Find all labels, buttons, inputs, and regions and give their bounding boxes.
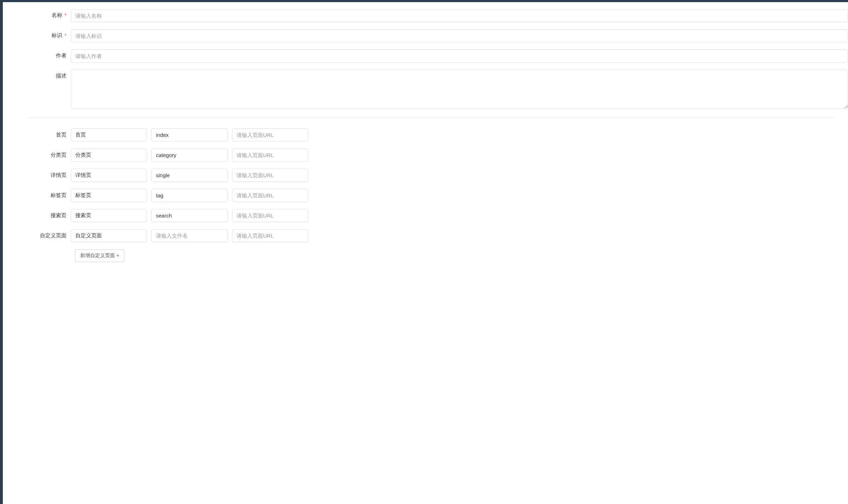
page-url-input-1[interactable] bbox=[232, 149, 308, 162]
input-wrap-name bbox=[71, 9, 848, 22]
page-label-0: 首页 bbox=[14, 132, 71, 138]
page-name-input-2[interactable] bbox=[71, 169, 147, 182]
label-identifier-text: 标识 bbox=[52, 32, 62, 38]
input-author[interactable] bbox=[71, 50, 848, 63]
page-row-5: 自定义页面 bbox=[14, 229, 848, 242]
page-inputs-3 bbox=[71, 189, 308, 202]
page-url-input-3[interactable] bbox=[232, 189, 308, 202]
button-row: 新增自定义页面 + bbox=[14, 249, 848, 262]
label-name: 名称 * bbox=[14, 9, 71, 19]
input-wrap-identifier bbox=[71, 29, 848, 42]
input-name[interactable] bbox=[71, 9, 848, 22]
page-name-input-1[interactable] bbox=[71, 149, 147, 162]
section-divider bbox=[28, 117, 834, 118]
page-file-input-4[interactable] bbox=[151, 209, 228, 222]
row-name: 名称 * bbox=[14, 9, 848, 22]
page-rows: 首页分类页详情页标签页搜索页自定义页面 bbox=[14, 128, 848, 242]
page-row-4: 搜索页 bbox=[14, 209, 848, 222]
page-url-input-5[interactable] bbox=[232, 229, 308, 242]
page-name-input-5[interactable] bbox=[71, 229, 147, 242]
page-label-1: 分类页 bbox=[14, 152, 71, 158]
page-label-3: 标签页 bbox=[14, 192, 71, 199]
input-wrap-description bbox=[71, 70, 848, 109]
input-identifier[interactable] bbox=[71, 29, 848, 42]
page-row-1: 分类页 bbox=[14, 149, 848, 162]
label-description-text: 描述 bbox=[56, 73, 66, 79]
side-bar bbox=[0, 2, 3, 269]
page-inputs-1 bbox=[71, 149, 308, 162]
page-name-input-3[interactable] bbox=[71, 189, 147, 202]
page-name-input-4[interactable] bbox=[71, 209, 147, 222]
required-marker: * bbox=[64, 32, 66, 38]
form-container: 名称 * 标识 * 作者 描述 首页分类页详情页 bbox=[0, 2, 848, 269]
page-label-5: 自定义页面 bbox=[14, 232, 71, 239]
input-wrap-author bbox=[71, 50, 848, 63]
label-description: 描述 bbox=[14, 70, 71, 79]
page-row-3: 标签页 bbox=[14, 189, 848, 202]
page-url-input-2[interactable] bbox=[232, 169, 308, 182]
label-author: 作者 bbox=[14, 50, 71, 59]
page-name-input-0[interactable] bbox=[71, 128, 147, 141]
page-file-input-1[interactable] bbox=[151, 149, 228, 162]
row-description: 描述 bbox=[14, 70, 848, 109]
page-row-0: 首页 bbox=[14, 128, 848, 141]
add-custom-page-button[interactable]: 新增自定义页面 + bbox=[75, 249, 124, 262]
row-identifier: 标识 * bbox=[14, 29, 848, 42]
page-inputs-2 bbox=[71, 169, 308, 182]
page-url-input-0[interactable] bbox=[232, 128, 308, 141]
page-label-4: 搜索页 bbox=[14, 212, 71, 219]
page-inputs-4 bbox=[71, 209, 308, 222]
label-identifier: 标识 * bbox=[14, 29, 71, 39]
label-author-text: 作者 bbox=[56, 52, 66, 58]
required-marker: * bbox=[64, 12, 66, 18]
row-author: 作者 bbox=[14, 50, 848, 63]
page-row-2: 详情页 bbox=[14, 169, 848, 182]
page-inputs-5 bbox=[71, 229, 308, 242]
page-label-2: 详情页 bbox=[14, 172, 71, 179]
page-file-input-3[interactable] bbox=[151, 189, 228, 202]
page-inputs-0 bbox=[71, 128, 308, 141]
page-url-input-4[interactable] bbox=[232, 209, 308, 222]
page-file-input-0[interactable] bbox=[151, 128, 228, 141]
page-file-input-5[interactable] bbox=[151, 229, 228, 242]
page-file-input-2[interactable] bbox=[151, 169, 228, 182]
label-name-text: 名称 bbox=[52, 12, 62, 18]
textarea-description[interactable] bbox=[71, 70, 848, 109]
